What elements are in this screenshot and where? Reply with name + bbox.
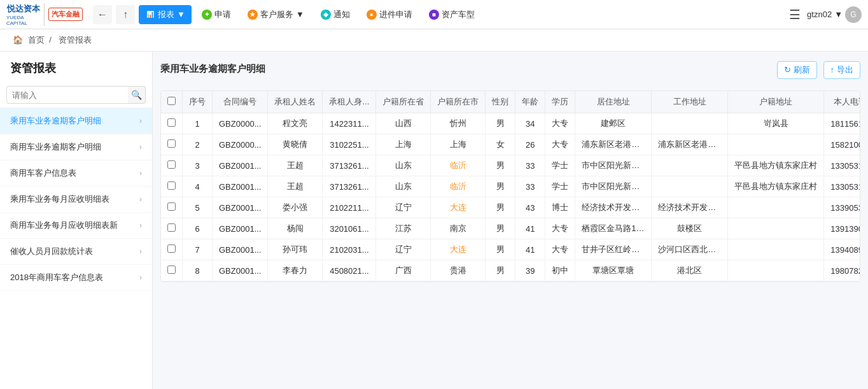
chevron-right-icon: › [139, 273, 142, 282]
chevron-right-icon: › [139, 169, 142, 178]
row-checkbox-1[interactable] [167, 139, 176, 148]
sidebar-item-label: 商用车客户信息表 [10, 167, 76, 179]
row-phone: 1330531... [824, 176, 860, 197]
row-gender: 男 [486, 176, 515, 197]
row-contract: GBZ0000... [213, 113, 268, 134]
user-avatar: G [845, 6, 862, 23]
nav-item-notify[interactable]: ◆ 通知 [314, 5, 356, 24]
row-contract: GBZ0001... [213, 176, 268, 197]
main-layout: 资管报表 🔍 乘用车业务逾期客户明细›商用车业务逾期客户明细›商用车客户信息表›… [0, 52, 868, 389]
row-city: 贵港 [431, 260, 486, 281]
sidebar-item-label: 乘用车业务每月应收明细表 [10, 194, 109, 205]
row-id: 4508021... [323, 260, 376, 281]
row-checkbox-cell [161, 134, 183, 155]
table-row: 6 GBZ0001... 杨闯 3201061... 江苏 南京 男 41 大专… [161, 218, 860, 239]
sidebar-menu-item-5[interactable]: 催收人员月回款统计表› [0, 239, 152, 265]
report-title: 乘用车业务逾期客户明细 [160, 59, 265, 79]
row-age: 26 [515, 134, 545, 155]
row-province: 辽宁 [376, 197, 431, 218]
logo-area: 悦达资本 YUEDA CAPITAL 汽车金融 [6, 3, 83, 26]
row-edu: 学士 [545, 176, 575, 197]
row-work: 沙河口区西北路299号 [652, 239, 728, 260]
row-work: 经济技术开发区白石湾 [652, 197, 728, 218]
chevron-right-icon: › [139, 143, 142, 152]
row-age: 43 [515, 197, 545, 218]
user-info[interactable]: gtzn02 ▼ G [807, 6, 862, 23]
row-work [652, 113, 728, 134]
row-addr: 建邺区 [575, 113, 652, 134]
refresh-button[interactable]: ↻ 刷新 [777, 61, 817, 79]
customer-dot: ★ [248, 10, 258, 20]
nav-item-progress[interactable]: ● 进件申请 [360, 5, 419, 24]
row-gender: 女 [486, 134, 515, 155]
sidebar-menu-item-4[interactable]: 商用车业务每月应收明细表新› [0, 213, 152, 239]
row-gender: 男 [486, 218, 515, 239]
row-checkbox-6[interactable] [167, 244, 176, 253]
forward-button[interactable]: ↑ [116, 5, 135, 24]
row-huji [728, 260, 824, 281]
sidebar-menu-item-6[interactable]: 2018年商用车客户信息表› [0, 265, 152, 291]
row-contract: GBZ0000... [213, 134, 268, 155]
breadcrumb-current: 资管报表 [59, 35, 92, 45]
row-addr: 经济技术开发区红梅小 [575, 197, 652, 218]
col-header-5: 户籍所在省 [376, 91, 431, 113]
hamburger-icon[interactable]: ☰ [789, 7, 801, 22]
nav-item-asset[interactable]: ■ 资产车型 [423, 5, 481, 24]
nav-item-report[interactable]: 📊 乘用车业务逾期客户明细 报表 ▼ [139, 5, 192, 24]
row-checkbox-cell [161, 176, 183, 197]
sidebar-menu-item-0[interactable]: 乘用车业务逾期客户明细› [0, 108, 152, 134]
sidebar-menu-item-1[interactable]: 商用车业务逾期客户明细› [0, 134, 152, 160]
table-row: 2 GBZ0000... 黄晓倩 3102251... 上海 上海 女 26 大… [161, 134, 860, 155]
row-province: 山东 [376, 176, 431, 197]
row-city: 临沂 [431, 176, 486, 197]
row-no: 6 [183, 218, 213, 239]
row-huji [728, 197, 824, 218]
row-edu: 初中 [545, 260, 575, 281]
col-header-3: 承租人姓名 [268, 91, 323, 113]
row-edu: 博士 [545, 197, 575, 218]
home-icon: 🏠 [13, 35, 23, 45]
row-checkbox-cell [161, 218, 183, 239]
col-header-4: 承租人身... [323, 91, 376, 113]
back-button[interactable]: ← [93, 5, 112, 24]
export-button[interactable]: ↑ 导出 [823, 61, 861, 79]
nav-item-customer[interactable]: ★ 客户服务 ▼ [241, 5, 311, 24]
row-city: 忻州 [431, 113, 486, 134]
row-phone: 1391390... [824, 218, 860, 239]
row-name: 孙可玮 [268, 239, 323, 260]
search-input[interactable] [6, 86, 128, 104]
sidebar-menu-item-2[interactable]: 商用车客户信息表› [0, 160, 152, 187]
row-city: 南京 [431, 218, 486, 239]
nav-item-apply[interactable]: ✦ 申请 [195, 5, 237, 24]
user-dropdown-icon: ▼ [834, 10, 843, 19]
row-checkbox-2[interactable] [167, 160, 176, 169]
yueda-logo: 悦达资本 YUEDA CAPITAL [6, 3, 45, 26]
chevron-right-icon: › [139, 221, 142, 230]
chevron-right-icon: › [139, 195, 142, 204]
row-checkbox-7[interactable] [167, 265, 176, 274]
row-no: 1 [183, 113, 213, 134]
breadcrumb-home[interactable]: 首页 [28, 35, 45, 45]
row-checkbox-cell [161, 113, 183, 134]
row-checkbox-0[interactable] [167, 118, 176, 127]
nav-report-label-text: 报表 [158, 9, 174, 20]
row-checkbox-5[interactable] [167, 223, 176, 232]
row-name: 杨闯 [268, 218, 323, 239]
notify-dot: ◆ [321, 10, 331, 20]
toolbar: ↻ 刷新 ↑ 导出 [777, 61, 861, 79]
row-work: 鼓楼区 [652, 218, 728, 239]
select-all-checkbox[interactable] [167, 97, 176, 105]
row-province: 江苏 [376, 218, 431, 239]
row-id: 3713261... [323, 176, 376, 197]
row-huji [728, 218, 824, 239]
asset-dot: ■ [429, 10, 439, 20]
row-age: 34 [515, 113, 545, 134]
sidebar-menu-item-3[interactable]: 乘用车业务每月应收明细表› [0, 187, 152, 213]
row-phone: 1582100... [824, 134, 860, 155]
refresh-label: 刷新 [794, 64, 810, 76]
row-checkbox-3[interactable] [167, 181, 176, 190]
row-city: 大连 [431, 197, 486, 218]
row-id: 1422311... [323, 113, 376, 134]
search-button[interactable]: 🔍 [128, 86, 146, 104]
row-checkbox-4[interactable] [167, 202, 176, 211]
